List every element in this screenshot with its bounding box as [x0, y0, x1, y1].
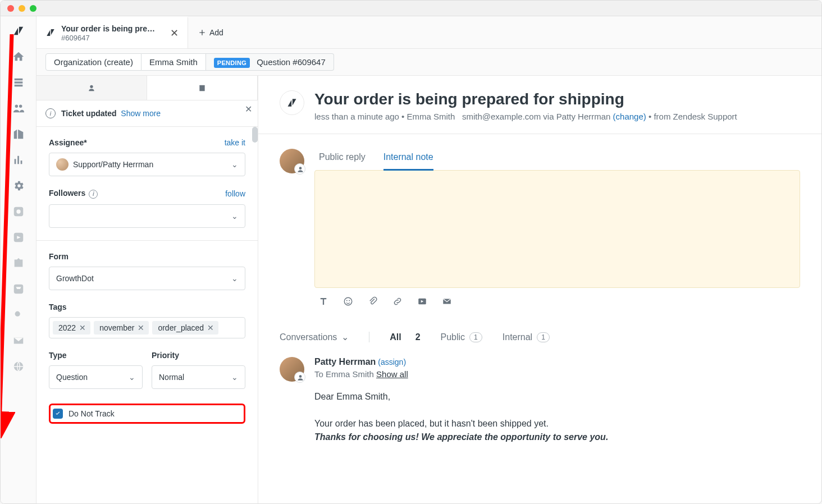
chevron-down-icon: ⌄: [231, 212, 238, 221]
assignee-select[interactable]: Support/Patty Herrman ⌄: [49, 153, 245, 176]
follow-link[interactable]: follow: [225, 189, 245, 198]
tab-bar: Your order is being prep… #609647 ✕ Add: [36, 16, 821, 49]
close-window-icon[interactable]: [7, 5, 14, 12]
sidebar-tab-ticket[interactable]: [147, 76, 258, 100]
app-icon-2[interactable]: [12, 231, 25, 244]
priority-select[interactable]: Normal ⌄: [152, 365, 245, 389]
reporting-icon[interactable]: [12, 153, 25, 167]
public-reply-tab[interactable]: Public reply: [319, 149, 366, 171]
svg-point-9: [344, 297, 352, 305]
svg-point-8: [299, 167, 302, 169]
mac-titlebar: [1, 1, 821, 16]
priority-label: Priority: [152, 351, 179, 360]
message-item: Patty Herrman (assign) To Emma Smith Sho…: [280, 357, 800, 444]
status-badge: PENDING: [214, 58, 250, 68]
info-icon[interactable]: i: [89, 190, 98, 199]
text-format-icon[interactable]: [318, 296, 329, 307]
filter-all[interactable]: All 2: [390, 332, 420, 342]
add-tab-button[interactable]: Add: [188, 16, 234, 48]
form-value: GrowthDot: [56, 274, 94, 283]
remove-tag-icon[interactable]: ✕: [79, 323, 86, 332]
breadcrumb-org[interactable]: Organization (create): [45, 53, 141, 71]
app-icon-1[interactable]: [12, 205, 25, 218]
internal-note-tab[interactable]: Internal note: [383, 149, 433, 171]
zoom-window-icon[interactable]: [30, 5, 36, 12]
assign-link[interactable]: (assign): [378, 358, 406, 366]
home-icon[interactable]: [12, 50, 25, 63]
breadcrumb-requester[interactable]: Emma Smith: [141, 53, 206, 71]
app-icon-5[interactable]: [12, 308, 25, 322]
do-not-track-row[interactable]: Do Not Track: [49, 404, 245, 424]
close-notice-icon[interactable]: ✕: [245, 104, 252, 114]
ticket-tab[interactable]: Your order is being prep… #609647 ✕: [36, 16, 188, 48]
agent-badge-icon: [296, 374, 304, 382]
tag-item: november✕: [94, 321, 149, 335]
followers-select[interactable]: ⌄: [49, 204, 245, 228]
message-author: Patty Herrman: [314, 357, 376, 366]
app-icon-6[interactable]: [12, 334, 25, 347]
views-icon[interactable]: [12, 76, 25, 89]
internal-note-editor[interactable]: [314, 170, 800, 288]
conversation-panel: Your order is being prepared for shippin…: [258, 76, 821, 503]
admin-icon[interactable]: [12, 179, 25, 193]
svg-point-4: [15, 311, 20, 317]
ticket-header: Your order is being prepared for shippin…: [258, 76, 821, 134]
notice-show-more[interactable]: Show more: [121, 109, 161, 118]
form-select[interactable]: GrowthDot ⌄: [49, 267, 245, 290]
breadcrumb-ticket[interactable]: PENDING Question #609647: [206, 53, 334, 71]
agent-badge-icon: [296, 166, 304, 173]
take-it-link[interactable]: take it: [225, 138, 245, 147]
message-line: Your order has been placed, but it hasn'…: [314, 417, 800, 430]
customers-icon[interactable]: [12, 102, 25, 115]
conversations-dropdown[interactable]: Conversations ⌄: [280, 332, 349, 342]
remove-tag-icon[interactable]: ✕: [138, 323, 144, 332]
filter-internal[interactable]: Internal 1: [503, 332, 550, 342]
chevron-down-icon: ⌄: [231, 373, 238, 382]
message-to: To Emma Smith: [314, 369, 374, 379]
logo-icon[interactable]: [12, 24, 25, 38]
author-avatar: [280, 357, 304, 382]
ticket-updated-notice: i Ticket updated Show more ✕: [36, 100, 258, 127]
type-field: Type Question ⌄: [49, 351, 143, 389]
macro-icon[interactable]: [417, 296, 428, 307]
minimize-window-icon[interactable]: [19, 5, 25, 12]
requester-email: smith@example.com: [462, 112, 541, 121]
followers-label: Followers: [49, 189, 85, 198]
ticket-time: less than a minute ago: [314, 112, 399, 121]
organizations-icon[interactable]: [12, 127, 25, 141]
message-line: Dear Emma Smith,: [314, 390, 800, 404]
app-icon-3[interactable]: [12, 256, 25, 270]
tag-label: 2022: [58, 323, 76, 332]
app-icon-4[interactable]: [12, 282, 25, 296]
filter-public[interactable]: Public 1: [441, 332, 482, 342]
compose-area: Public reply Internal note: [280, 149, 800, 307]
app-icon-7[interactable]: [12, 360, 25, 373]
via-text: via Patty Herrman: [543, 112, 610, 121]
tags-input[interactable]: 2022✕ november✕ order_placed✕: [49, 317, 245, 338]
agent-avatar: [280, 149, 304, 173]
info-icon: i: [45, 108, 56, 118]
sidebar-tab-user[interactable]: [36, 76, 147, 100]
add-tab-label: Add: [209, 28, 223, 37]
change-link[interactable]: (change): [613, 112, 646, 121]
emoji-icon[interactable]: [342, 296, 354, 307]
tag-item: order_placed✕: [152, 321, 218, 335]
scrollbar-thumb[interactable]: [252, 127, 258, 143]
breadcrumb-bar: Organization (create) Emma Smith PENDING…: [36, 49, 821, 76]
assignee-avatar: [56, 158, 68, 171]
checkbox-checked-icon[interactable]: [53, 409, 63, 419]
divider: [36, 240, 258, 241]
assignee-label: Assignee*: [49, 138, 87, 147]
close-tab-icon[interactable]: ✕: [170, 27, 179, 39]
show-all-link[interactable]: Show all: [376, 369, 408, 379]
remove-tag-icon[interactable]: ✕: [207, 323, 214, 332]
attachment-icon[interactable]: [367, 296, 378, 307]
link-icon[interactable]: [392, 296, 403, 307]
email-icon[interactable]: [441, 296, 453, 307]
filter-all-count: 2: [415, 332, 421, 342]
conversations-label: Conversations: [280, 332, 337, 342]
ticket-subtitle: less than a minute ago • Emma Smith smit…: [314, 112, 737, 121]
tag-label: order_placed: [158, 323, 204, 332]
type-select[interactable]: Question ⌄: [49, 365, 143, 389]
editor-toolbar: [314, 288, 800, 307]
